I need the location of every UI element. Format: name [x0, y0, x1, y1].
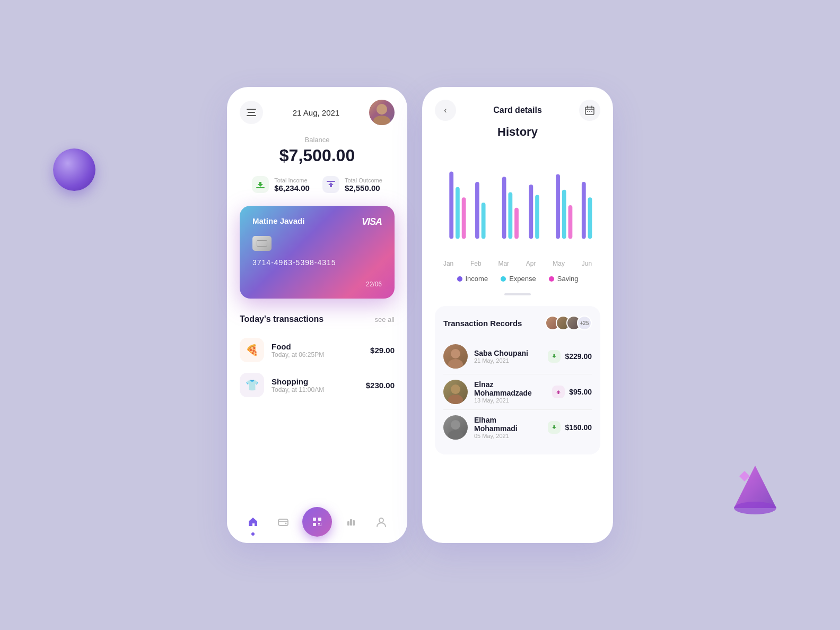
record-avatar-1 [443, 344, 468, 369]
svg-rect-35 [535, 195, 539, 239]
history-chart [435, 150, 600, 256]
balance-amount: $7,500.00 [240, 146, 395, 165]
svg-rect-15 [318, 526, 321, 526]
legend-saving: Saving [549, 275, 579, 283]
right-phone: ‹ Card details History [422, 87, 613, 543]
outcome-stat: Total Outcome $2,550.00 [322, 176, 382, 193]
see-all-link[interactable]: see all [374, 316, 395, 323]
svg-rect-11 [318, 518, 321, 521]
user-avatar[interactable] [369, 100, 395, 125]
nav-scan[interactable] [302, 507, 332, 537]
chart-month-labels: Jan Feb Mar Apr May Jun [435, 260, 600, 267]
tx-name-1: Food [272, 342, 363, 351]
record-name-1: Saba Choupani [474, 349, 541, 357]
record-name-3: Elham Mohammadi [474, 416, 541, 433]
tx-name-2: Shopping [272, 377, 358, 386]
svg-rect-10 [313, 518, 316, 521]
svg-point-25 [591, 111, 592, 112]
svg-rect-32 [508, 192, 512, 239]
decorative-orb [53, 148, 95, 191]
svg-point-4 [373, 116, 390, 125]
right-header: ‹ Card details [435, 100, 600, 121]
records-header: Transaction Records +25 [443, 316, 592, 330]
record-name-2: Elnaz Mohammadzade [474, 380, 546, 397]
svg-rect-36 [556, 174, 560, 239]
transactions-header: Today's transactions see all [240, 314, 395, 324]
card-details-title: Card details [493, 106, 542, 115]
transaction-item-1[interactable]: 🍕 Food Today, at 06:25PM $29.00 [240, 332, 395, 368]
income-stat: Total Income $6,234.00 [252, 176, 310, 193]
svg-point-23 [587, 111, 588, 112]
saving-dot [549, 276, 554, 282]
left-header: 21 Aug, 2021 [240, 100, 395, 125]
record-date-2: 13 May, 2021 [474, 397, 546, 404]
svg-rect-6 [256, 187, 265, 188]
record-item-2[interactable]: Elnaz Mohammadzade 13 May, 2021 $95.00 [443, 374, 592, 410]
record-amount-1: $229.00 [565, 352, 592, 361]
legend-income: Income [457, 275, 488, 283]
record-amount-wrap-2: $95.00 [552, 386, 592, 398]
legend-expense: Expense [501, 275, 536, 283]
legend-income-label: Income [466, 275, 488, 283]
record-date-1: 21 May, 2021 [474, 357, 541, 364]
svg-rect-27 [456, 187, 460, 239]
svg-point-1 [734, 502, 776, 514]
outcome-info: Total Outcome $2,550.00 [345, 177, 382, 192]
avatar-image [369, 100, 395, 125]
svg-rect-37 [562, 190, 566, 239]
transaction-records-section: Transaction Records +25 Saba Cho [435, 306, 600, 454]
outcome-icon [322, 176, 339, 193]
record-info-2: Elnaz Mohammadzade 13 May, 2021 [474, 380, 546, 404]
income-label: Total Income [274, 177, 310, 183]
header-date: 21 Aug, 2021 [293, 108, 339, 117]
avatars-group: +25 [545, 316, 592, 330]
record-amount-wrap-1: $229.00 [548, 350, 592, 363]
tx-info-1: Food Today, at 06:25PM [272, 342, 363, 358]
nav-wallet[interactable] [272, 510, 295, 533]
month-apr: Apr [526, 260, 536, 267]
svg-rect-38 [568, 205, 573, 239]
main-container: 21 Aug, 2021 Balance $7,500.00 [227, 87, 613, 543]
svg-point-43 [451, 384, 460, 394]
nav-profile[interactable] [370, 510, 393, 533]
records-title: Transaction Records [443, 319, 522, 328]
record-item-1[interactable]: Saba Choupani 21 May, 2021 $229.00 [443, 339, 592, 374]
svg-rect-30 [482, 203, 486, 239]
record-item-3[interactable]: Elham Mohammadi 05 May, 2021 $150.00 [443, 410, 592, 445]
svg-rect-13 [318, 523, 320, 524]
svg-rect-40 [588, 197, 592, 239]
tx-time-1: Today, at 06:25PM [272, 351, 363, 358]
svg-point-19 [379, 518, 383, 522]
svg-point-46 [448, 430, 463, 440]
calendar-button[interactable] [579, 100, 600, 121]
food-icon: 🍕 [240, 338, 264, 362]
svg-point-9 [285, 523, 287, 524]
tx-info-2: Shopping Today, at 11:00AM [272, 377, 358, 393]
svg-rect-29 [475, 182, 479, 239]
svg-rect-31 [502, 177, 506, 239]
left-phone: 21 Aug, 2021 Balance $7,500.00 [227, 87, 407, 543]
svg-rect-18 [353, 520, 355, 526]
decorative-cone [723, 460, 787, 524]
transaction-item-2[interactable]: 👕 Shopping Today, at 11:00AM $230.00 [240, 368, 395, 402]
record-amount-3: $150.00 [565, 423, 592, 432]
record-amount-wrap-3: $150.00 [548, 421, 592, 434]
back-button[interactable]: ‹ [435, 100, 456, 121]
nav-chart[interactable] [339, 510, 363, 533]
menu-button[interactable] [240, 101, 263, 124]
hamburger-line-2 [248, 112, 255, 113]
svg-rect-16 [347, 521, 349, 526]
svg-rect-12 [313, 523, 316, 526]
svg-point-41 [451, 349, 460, 358]
nav-home[interactable] [241, 510, 265, 533]
tx-amount-1: $29.00 [370, 346, 395, 355]
card-chip [252, 236, 272, 251]
bottom-nav [227, 501, 407, 543]
shopping-icon: 👕 [240, 373, 264, 397]
svg-rect-7 [327, 181, 335, 182]
credit-card[interactable]: Matine Javadi VISA 3714-4963-5398-4315 2… [240, 206, 395, 299]
svg-rect-17 [350, 519, 352, 526]
month-mar: Mar [498, 260, 509, 267]
record-avatar-2 [443, 380, 468, 404]
month-feb: Feb [470, 260, 482, 267]
